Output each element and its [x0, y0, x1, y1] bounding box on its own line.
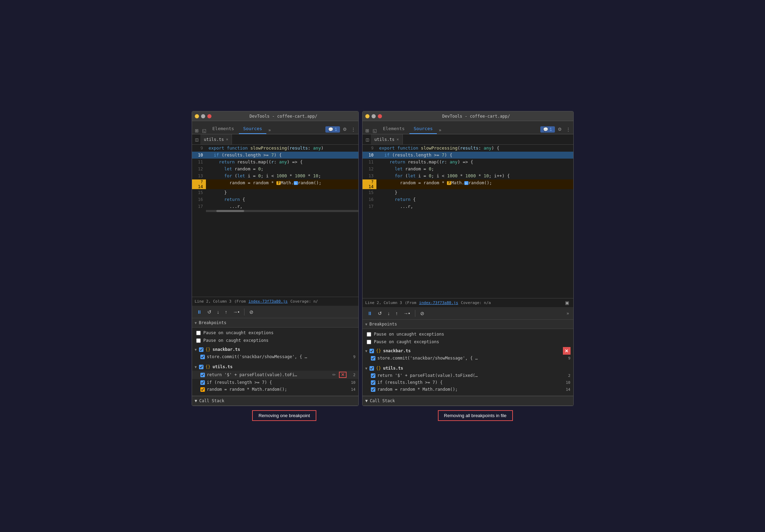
- annotation-row: Removing one breakpoint Removing all bre…: [192, 410, 574, 421]
- pause-resume-btn-left[interactable]: ⏸: [195, 308, 204, 316]
- code-line-15-right: 15 }: [363, 189, 573, 196]
- left-breakpoints-section: ▼ Breakpoints Pause on uncaught exceptio…: [192, 318, 358, 396]
- step-over-btn-right[interactable]: ↺: [376, 309, 384, 318]
- bp-group-snackbar-right: ▼ {} snackbar.ts ✕ store.commit('snackba…: [363, 346, 573, 363]
- bp-edit-utils-1-left[interactable]: ✏: [331, 372, 337, 378]
- pause-uncaught-row-right[interactable]: Pause on uncaught exceptions: [363, 330, 573, 338]
- right-restore-button[interactable]: [372, 114, 376, 118]
- continue-btn-left[interactable]: →•: [231, 308, 242, 316]
- right-callstack-header[interactable]: ▼ Call Stack: [363, 396, 573, 406]
- left-code-area[interactable]: 9 export function slowProcessing(results…: [192, 145, 358, 297]
- right-inspect-icon[interactable]: ◱: [371, 127, 378, 134]
- bp-checkbox-utils-3-left[interactable]: [200, 387, 205, 392]
- left-callstack-header[interactable]: ▼ Call Stack: [192, 396, 358, 406]
- continue-btn-right[interactable]: →•: [401, 309, 412, 318]
- right-devtools-window: DevTools - coffee-cart.app/ ⊞ ◱ Elements…: [362, 111, 574, 406]
- left-breakpoints-header[interactable]: ▼ Breakpoints: [192, 318, 358, 328]
- left-file-tab[interactable]: utils.ts ✕: [200, 134, 232, 144]
- right-window-title: DevTools - coffee-cart.app/: [382, 114, 571, 119]
- step-out-btn-right[interactable]: ↑: [393, 309, 400, 318]
- right-close-button[interactable]: [378, 114, 382, 118]
- more-options-left[interactable]: ⋮: [350, 126, 357, 133]
- right-tab-bar: ⊞ ◱ Elements Sources » 💬 1 ⚙ ⋮: [363, 121, 573, 134]
- inspect-icon[interactable]: ◱: [201, 127, 208, 134]
- minimize-button[interactable]: [195, 114, 199, 118]
- settings-icon-right[interactable]: ⚙: [556, 126, 563, 133]
- more-options-right[interactable]: ⋮: [565, 126, 572, 133]
- step-into-btn-left[interactable]: ↓: [215, 308, 222, 316]
- bp-item-snackbar-right: store.commit('snackbar/showMessage', { ……: [363, 355, 573, 362]
- bp-checkbox-utils-1-left[interactable]: [200, 373, 205, 377]
- code-line-12-right: 12 let random = 0;: [363, 166, 573, 172]
- right-toolbar-more[interactable]: »: [565, 310, 571, 317]
- bp-file-header-snackbar-left[interactable]: ▼ {} snackbar.ts: [192, 346, 358, 353]
- code-line-14-left: ? 14 random = random * ?Math.▷random();: [192, 179, 358, 189]
- pause-caught-label-right: Pause on caught exceptions: [374, 339, 439, 344]
- console-badge-left[interactable]: 💬 1: [325, 126, 340, 133]
- bp-checkbox-utils-3-right[interactable]: [371, 387, 375, 392]
- tab-elements-right[interactable]: Elements: [379, 124, 409, 134]
- close-button[interactable]: [207, 114, 211, 118]
- pause-uncaught-row-left[interactable]: Pause on uncaught exceptions: [192, 329, 358, 337]
- right-device-mode-icon[interactable]: ⊞: [364, 127, 371, 134]
- bp-remove-utils-1-left[interactable]: ✕: [339, 372, 347, 378]
- sidebar-toggle-left[interactable]: ◫: [193, 135, 200, 144]
- deactivate-btn-left[interactable]: ⊘: [247, 308, 256, 316]
- bp-file-header-utils-left[interactable]: ▼ {} utils.ts: [192, 363, 358, 371]
- restore-button[interactable]: [201, 114, 205, 118]
- right-from-label: (From: [405, 301, 416, 305]
- bp-item-utils-2-left: if (results.length >= 7) { 10: [192, 379, 358, 386]
- remove-all-snackbar-btn[interactable]: ✕: [563, 347, 571, 355]
- close-file-left[interactable]: ✕: [226, 137, 228, 142]
- pause-caught-checkbox-left[interactable]: [196, 338, 201, 343]
- step-over-btn-left[interactable]: ↺: [205, 308, 214, 316]
- right-window-controls: [365, 114, 382, 118]
- bp-item-utils-3-right: random = random * Math.random(); 14: [363, 386, 573, 393]
- bp-checkbox-utils-2-left[interactable]: [200, 380, 205, 385]
- right-coverage: Coverage: n/a: [461, 301, 491, 305]
- right-debug-toolbar: ⏸ ↺ ↓ ↑ →• ⊘ »: [363, 307, 573, 320]
- utils-group-checkbox-left[interactable]: [199, 365, 203, 369]
- bp-checkbox-utils-2-right[interactable]: [371, 380, 375, 385]
- sidebar-toggle-right[interactable]: ◫: [364, 135, 371, 144]
- step-into-btn-right[interactable]: ↓: [385, 309, 392, 318]
- left-code-scrollbar[interactable]: [206, 210, 358, 212]
- pause-uncaught-checkbox-right[interactable]: [367, 332, 371, 337]
- right-breakpoints-header[interactable]: ▼ Breakpoints: [363, 320, 573, 329]
- tab-sources-right[interactable]: Sources: [409, 124, 437, 134]
- pause-caught-row-right[interactable]: Pause on caught exceptions: [363, 338, 573, 346]
- utils-group-checkbox-right[interactable]: [369, 366, 374, 371]
- pause-resume-btn-right[interactable]: ⏸: [365, 309, 374, 318]
- breakpoints-chevron-right: ▼: [365, 322, 367, 326]
- tab-sources-left[interactable]: Sources: [239, 124, 266, 134]
- bp-checkbox-snackbar-1-right[interactable]: [371, 356, 375, 361]
- left-from-file[interactable]: index-73f73a80.js: [249, 299, 288, 304]
- right-code-area[interactable]: 9 export function slowProcessing(results…: [363, 145, 573, 298]
- snackbar-group-checkbox-left[interactable]: [199, 347, 203, 352]
- pause-caught-checkbox-right[interactable]: [367, 340, 371, 344]
- snackbar-filename-left: snackbar.ts: [213, 347, 240, 352]
- deactivate-btn-right[interactable]: ⊘: [418, 309, 426, 318]
- bp-file-header-utils-right[interactable]: ▼ {} utils.ts: [363, 364, 573, 372]
- close-file-right[interactable]: ✕: [397, 137, 399, 142]
- pause-uncaught-checkbox-left[interactable]: [196, 331, 201, 335]
- right-from-file[interactable]: index-73f73a80.js: [419, 301, 458, 305]
- more-tabs-left[interactable]: »: [267, 126, 272, 134]
- tab-elements-left[interactable]: Elements: [208, 124, 239, 134]
- settings-icon-left[interactable]: ⚙: [341, 126, 348, 133]
- snackbar-group-checkbox-right[interactable]: [369, 349, 374, 353]
- bp-file-header-snackbar-right[interactable]: ▼ {} snackbar.ts ✕: [363, 347, 573, 355]
- pause-caught-row-left[interactable]: Pause on caught exceptions: [192, 337, 358, 344]
- code-line-10-left: 10 if (results.length >= 7) {: [192, 152, 358, 159]
- step-out-btn-left[interactable]: ↑: [223, 308, 230, 316]
- right-file-tab[interactable]: utils.ts ✕: [371, 134, 402, 144]
- right-minimize-button[interactable]: [365, 114, 369, 118]
- bp-checkbox-utils-1-right[interactable]: [371, 373, 375, 378]
- right-panel-toggle[interactable]: ▣: [564, 299, 571, 306]
- console-badge-right[interactable]: 💬 1: [540, 126, 555, 133]
- device-mode-icon[interactable]: ⊞: [193, 127, 200, 134]
- right-code-content: 9 export function slowProcessing(results…: [363, 145, 573, 210]
- more-tabs-right[interactable]: »: [438, 126, 443, 134]
- bp-checkbox-snackbar-1-left[interactable]: [200, 355, 205, 359]
- left-breakpoints-content: Pause on uncaught exceptions Pause on ca…: [192, 328, 358, 396]
